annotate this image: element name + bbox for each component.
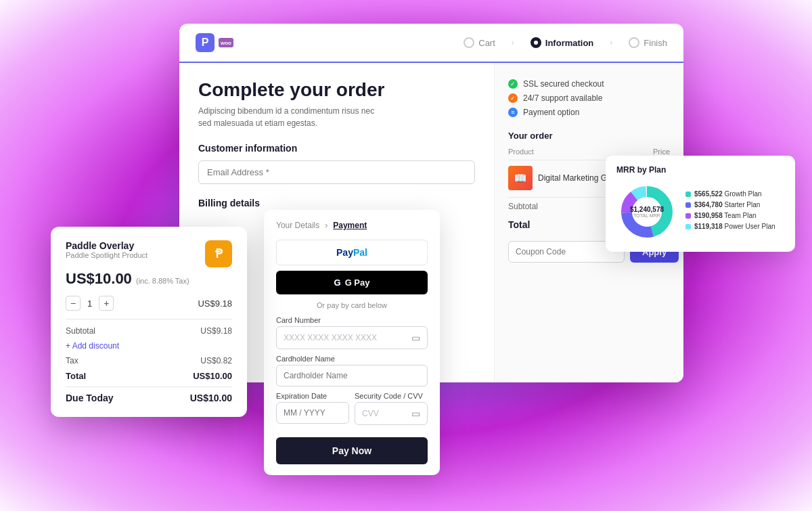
billing-section: Billing details xyxy=(198,198,475,208)
card-number-label: Card Number xyxy=(276,316,428,324)
paddle-subtotal-row: Subtotal US$9.18 xyxy=(66,324,232,338)
card-number-group: Card Number XXXX XXXX XXXX XXXX ▭ xyxy=(276,316,428,349)
paddle-discount-row[interactable]: + Add discount xyxy=(66,338,232,353)
logo-woo-icon: woo xyxy=(219,38,233,47)
cvv-group: Security Code / CVV CVV ▭ xyxy=(355,392,428,430)
page-title: Complete your order xyxy=(198,79,475,101)
mrr-title: MRR by Plan xyxy=(616,165,784,175)
paddle-header-left: Paddle Overlay Paddle Spotlight Product xyxy=(66,240,148,266)
or-divider: Or pay by card below xyxy=(276,301,428,309)
billing-title: Billing details xyxy=(198,198,475,208)
trust-item-payment: ≡ Payment option xyxy=(508,108,670,117)
paypal-logo: PayPal xyxy=(336,247,367,258)
cardholder-group: Cardholder Name xyxy=(276,355,428,386)
page-subtitle: Adipiscing bibendum id a condimentum ris… xyxy=(198,105,388,129)
step-circle-information xyxy=(531,37,541,48)
paddle-due-row: Due Today US$10.00 xyxy=(66,386,232,403)
trust-badges: ✓ SSL secured checkout ✓ 24/7 support av… xyxy=(508,79,670,117)
email-input[interactable] xyxy=(198,160,475,184)
cvv-card-icon: ▭ xyxy=(411,408,420,419)
nav-steps: Cart › Information › Finish xyxy=(464,37,667,48)
paddle-title: Paddle Overlay xyxy=(66,240,148,251)
expiry-group: Expiration Date xyxy=(276,392,349,430)
paddle-overlay-card: Paddle Overlay Paddle Spotlight Product … xyxy=(51,227,247,417)
logo-p-icon: P xyxy=(196,33,215,52)
mrr-amount: $1,240,578 xyxy=(630,206,664,213)
payment-card: Your Details › Payment PayPal G G Pay Or… xyxy=(264,210,440,475)
order-item-image: 📖 xyxy=(508,166,533,190)
nav-step-finish[interactable]: Finish xyxy=(629,37,667,48)
qty-price: US$9.18 xyxy=(198,298,232,309)
mrr-content: $1,240,578 TOTAL MRR $565,522 Growth Pla… xyxy=(616,181,784,242)
nav-step-information[interactable]: Information xyxy=(531,37,594,48)
nav-bar: P woo Cart › Information › Finish xyxy=(179,24,683,63)
paddle-total-row: Total US$10.00 xyxy=(66,368,232,384)
nav-step-cart[interactable]: Cart xyxy=(464,37,495,48)
qty-value: 1 xyxy=(87,298,92,309)
legend-dot-starter xyxy=(685,202,691,208)
step-divider-2: › xyxy=(610,38,612,47)
step-payment: Payment xyxy=(333,221,367,230)
paddle-price: US$10.00 (inc. 8.88% Tax) xyxy=(66,270,232,288)
paddle-product-name: Paddle Spotlight Product xyxy=(66,251,148,259)
legend-dot-growth xyxy=(685,192,691,197)
qty-control: − 1 + US$9.18 xyxy=(66,296,232,311)
step-circle-cart xyxy=(464,37,474,48)
step-circle-finish xyxy=(629,37,639,48)
legend-item-team: $190,958 Team Plan xyxy=(685,212,784,219)
step-your-details: Your Details xyxy=(276,221,319,230)
card-icon: ▭ xyxy=(411,332,420,343)
gpay-button[interactable]: G G Pay xyxy=(276,271,428,294)
mrr-label: TOTAL MRR xyxy=(630,213,664,218)
legend-item-power: $119,318 Power User Plan xyxy=(685,223,784,230)
legend-item-growth: $565,522 Growth Plan xyxy=(685,190,784,198)
donut-center: $1,240,578 TOTAL MRR xyxy=(630,206,664,218)
payment-steps: Your Details › Payment xyxy=(276,221,428,230)
payment-icon: ≡ xyxy=(508,108,518,117)
expiry-label: Expiration Date xyxy=(276,392,349,400)
customer-info-title: Customer information xyxy=(198,143,475,154)
legend-dot-team xyxy=(685,213,691,219)
cardholder-label: Cardholder Name xyxy=(276,355,428,363)
gpay-g: G xyxy=(334,277,341,288)
cvv-field[interactable]: CVV ▭ xyxy=(355,402,428,425)
qty-increase-button[interactable]: + xyxy=(99,296,114,311)
nav-logo: P woo xyxy=(196,33,233,52)
ssl-icon: ✓ xyxy=(508,79,518,89)
support-icon: ✓ xyxy=(508,93,518,103)
legend-dot-power xyxy=(685,224,691,229)
qty-decrease-button[interactable]: − xyxy=(66,296,81,311)
paddle-divider-1 xyxy=(66,319,232,319)
paddle-tax-row: Tax US$0.82 xyxy=(66,353,232,368)
card-number-field[interactable]: XXXX XXXX XXXX XXXX ▭ xyxy=(276,326,428,349)
cvv-label: Security Code / CVV xyxy=(355,392,428,400)
paddle-logo: Ᵽ xyxy=(205,240,232,267)
paddle-header: Paddle Overlay Paddle Spotlight Product … xyxy=(66,240,232,267)
trust-item-support: ✓ 24/7 support available xyxy=(508,93,670,103)
mrr-legend: $565,522 Growth Plan $364,780 Starter Pl… xyxy=(685,190,784,234)
legend-item-starter: $364,780 Starter Plan xyxy=(685,201,784,208)
payment-row-expiry-cvv: Expiration Date Security Code / CVV CVV … xyxy=(276,392,428,430)
mrr-card: MRR by Plan $1,240,578 TOTAL MRR $565,52… xyxy=(606,156,795,252)
donut-chart: $1,240,578 TOTAL MRR xyxy=(616,181,677,242)
expiry-input[interactable] xyxy=(276,402,349,424)
cardholder-input[interactable] xyxy=(276,365,428,386)
step-divider-1: › xyxy=(512,38,514,47)
trust-item-ssl: ✓ SSL secured checkout xyxy=(508,79,670,89)
paypal-button[interactable]: PayPal xyxy=(276,240,428,265)
pay-now-button[interactable]: Pay Now xyxy=(276,437,428,464)
order-title: Your order xyxy=(508,131,670,141)
